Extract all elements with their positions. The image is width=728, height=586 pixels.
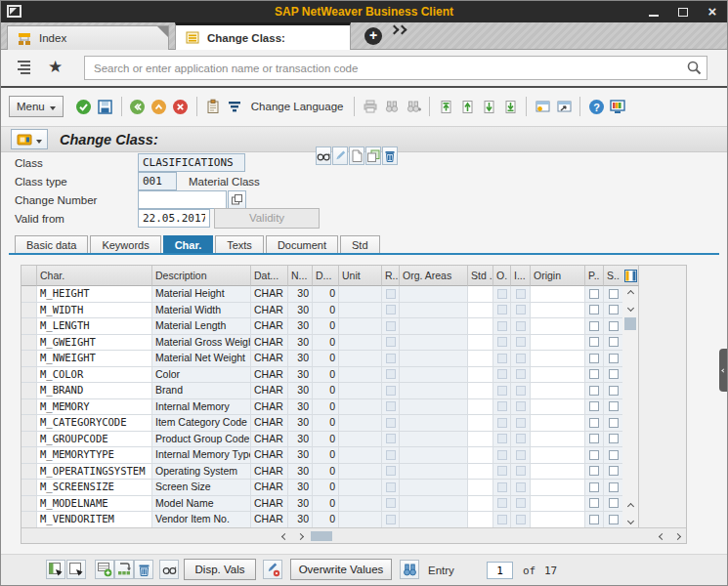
side-panel-toggle-icon[interactable] (719, 349, 727, 392)
change-language-button[interactable]: Change Language (251, 101, 344, 112)
cell-org-areas[interactable] (400, 399, 468, 416)
cell-char[interactable]: M_MEMORY (37, 399, 152, 416)
cell-char[interactable]: M_MODELNAME (37, 496, 152, 513)
horizontal-scroll-thumb[interactable] (311, 531, 332, 541)
cell-char[interactable]: M_MEMORYTYPE (37, 447, 152, 464)
cell-data-type[interactable]: CHAR (251, 496, 288, 513)
cell-number[interactable]: 30 (288, 335, 313, 352)
cell-description[interactable]: Model Name (152, 496, 251, 513)
cell-unit[interactable] (339, 415, 382, 432)
cell-char[interactable]: M_SCREENSIZE (37, 480, 152, 496)
cell-number[interactable]: 30 (288, 367, 313, 384)
tab-char[interactable]: Char. (163, 235, 214, 253)
row-selector[interactable] (21, 367, 37, 384)
column-o[interactable]: O. (493, 266, 511, 286)
cell-s-checkbox[interactable] (604, 318, 622, 335)
tab-texts[interactable]: Texts (215, 235, 264, 253)
maximize-button[interactable] (676, 5, 690, 19)
column-select[interactable] (21, 266, 37, 286)
tab-document[interactable]: Document (266, 235, 338, 253)
horizontal-scrollbar[interactable] (21, 527, 686, 543)
cell-org-areas[interactable] (400, 335, 468, 352)
cell-p-checkbox[interactable] (585, 512, 604, 528)
find-next-icon[interactable] (403, 97, 424, 116)
cell-std[interactable] (468, 464, 493, 481)
column-char[interactable]: Char. (37, 266, 152, 286)
cell-p-checkbox[interactable] (585, 447, 604, 464)
row-selector[interactable] (21, 464, 37, 481)
cell-s-checkbox[interactable] (604, 303, 622, 319)
cell-origin[interactable] (531, 480, 585, 496)
row-selector[interactable] (21, 335, 37, 352)
cell-p-checkbox[interactable] (585, 480, 604, 496)
row-selector[interactable] (21, 399, 37, 416)
cell-unit[interactable] (339, 399, 382, 416)
cell-org-areas[interactable] (400, 464, 468, 481)
cell-origin[interactable] (531, 318, 585, 335)
column-org-areas[interactable]: Org. Areas (400, 266, 468, 286)
cell-p-checkbox[interactable] (585, 496, 604, 513)
cell-std[interactable] (468, 496, 493, 513)
cell-number[interactable]: 30 (288, 318, 313, 335)
cell-unit[interactable] (339, 303, 382, 319)
previous-page-icon[interactable] (456, 97, 478, 116)
cell-p-checkbox[interactable] (585, 432, 604, 448)
customize-layout-icon[interactable] (607, 97, 628, 116)
validity-button[interactable]: Validity (214, 208, 320, 229)
tab-overflow-button[interactable] (391, 26, 406, 33)
cell-char[interactable]: M_WIDTH (37, 303, 152, 319)
cell-s-checkbox[interactable] (604, 351, 622, 367)
cell-description[interactable]: Color (152, 367, 251, 384)
cell-std[interactable] (468, 367, 493, 384)
vertical-scrollbar[interactable] (622, 286, 639, 528)
cancel-icon[interactable] (170, 97, 192, 116)
row-selector[interactable] (21, 318, 37, 335)
disp-vals-button[interactable]: Disp. Vals (184, 559, 256, 580)
change-number-field[interactable] (138, 190, 227, 209)
value-help-icon[interactable] (228, 190, 246, 209)
next-page-icon[interactable] (478, 97, 499, 116)
cell-std[interactable] (468, 432, 493, 448)
scroll-left-icon[interactable] (278, 529, 292, 543)
help-icon[interactable]: ? (585, 97, 607, 116)
cell-std[interactable] (468, 512, 493, 528)
column-number[interactable]: N... (288, 266, 313, 286)
select-all-icon[interactable] (46, 560, 65, 579)
cell-org-areas[interactable] (400, 432, 468, 448)
cell-std[interactable] (468, 286, 493, 303)
cell-p-checkbox[interactable] (585, 335, 604, 352)
cell-org-areas[interactable] (400, 480, 468, 496)
row-selector[interactable] (21, 303, 37, 319)
cell-std[interactable] (468, 399, 493, 416)
cell-decimals[interactable]: 0 (313, 335, 339, 352)
cell-p-checkbox[interactable] (585, 383, 604, 399)
search-input[interactable] (84, 56, 707, 80)
cell-char[interactable]: M_BRAND (37, 383, 152, 399)
cell-data-type[interactable]: CHAR (251, 367, 288, 384)
cell-s-checkbox[interactable] (604, 415, 622, 432)
scroll-right-icon[interactable] (293, 529, 308, 543)
cell-number[interactable]: 30 (288, 432, 313, 448)
cell-p-checkbox[interactable] (585, 367, 604, 384)
cell-s-checkbox[interactable] (604, 512, 622, 528)
tab-index[interactable]: Index (7, 25, 169, 50)
cell-char[interactable]: M_OPERATINGSYSTEM (37, 464, 152, 481)
valid-from-field[interactable] (138, 209, 210, 228)
continue-icon[interactable] (73, 97, 95, 116)
delete-entries-icon[interactable] (134, 560, 153, 579)
cell-decimals[interactable]: 0 (313, 447, 339, 464)
class-type-field[interactable] (138, 172, 177, 190)
cell-number[interactable]: 30 (288, 399, 313, 416)
cell-s-checkbox[interactable] (604, 286, 622, 303)
cell-unit[interactable] (339, 367, 382, 384)
cell-char[interactable]: M_HEIGHT (37, 286, 152, 303)
column-description[interactable]: Description (152, 266, 251, 286)
cell-description[interactable]: Internal Memory Type (152, 447, 251, 464)
column-std[interactable]: Std ... (468, 266, 493, 286)
cell-decimals[interactable]: 0 (313, 399, 339, 416)
display-icon[interactable] (316, 146, 331, 165)
cell-description[interactable]: Operating System (152, 464, 251, 481)
cell-data-type[interactable]: CHAR (251, 432, 288, 448)
create-icon[interactable] (349, 146, 364, 165)
menu-button[interactable]: Menu (9, 96, 64, 117)
